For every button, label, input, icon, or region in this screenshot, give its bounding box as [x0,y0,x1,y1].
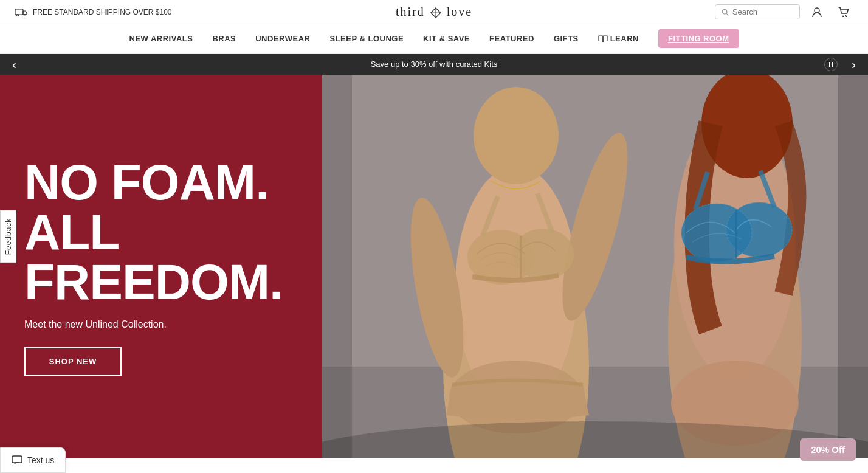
cart-icon [838,6,850,18]
search-input[interactable] [732,7,793,16]
top-bar: FREE STANDARD SHIPPING OVER $100 third l… [0,0,868,24]
nav-item-underwear[interactable]: UNDERWEAR [255,34,310,43]
nav-item-fitting-room[interactable]: FITTING ROOM [658,29,739,48]
shipping-text: FREE STANDARD SHIPPING OVER $100 [33,8,172,16]
truck-icon [15,7,28,17]
hero-line3: FREEDOM. [24,257,298,307]
nav-item-bras[interactable]: BRAS [212,34,236,43]
main-nav: NEW ARRIVALS BRAS UNDERWEAR SLEEP & LOUN… [0,24,868,54]
svg-point-9 [842,15,844,16]
svg-line-7 [726,13,728,15]
banner-pause-button[interactable] [824,58,838,71]
shipping-notice: FREE STANDARD SHIPPING OVER $100 [15,7,172,17]
top-bar-right [715,2,853,22]
svg-rect-33 [838,75,868,458]
svg-point-8 [815,8,819,13]
hero-section: NO FOAM. ALL FREEDOM. Meet the new Unlin… [0,75,868,458]
svg-rect-0 [15,9,23,15]
svg-point-17 [474,87,559,184]
promo-banner: ‹ Save up to 30% off with curated Kits › [0,54,868,75]
hero-line1: NO FOAM. [24,157,298,207]
pause-icon [828,61,833,67]
svg-point-21 [513,229,574,280]
user-icon [811,6,823,18]
text-us-button[interactable]: Text us [0,447,66,458]
logo-diamond-icon [430,7,441,18]
account-button[interactable] [807,2,827,22]
hero-subtitle: Meet the new Unlined Collection. [24,319,298,330]
text-us-label: Text us [27,455,54,458]
svg-rect-12 [832,62,833,67]
shop-new-button[interactable]: SHOP NEW [24,347,122,376]
feedback-tab[interactable]: Feedback [0,210,16,263]
search-icon [722,8,729,16]
svg-point-10 [846,15,847,16]
nav-item-kit-save[interactable]: KIT & SAVE [423,34,470,43]
hero-text-panel: NO FOAM. ALL FREEDOM. Meet the new Unlin… [0,75,322,458]
discount-label: 20% Off [811,444,845,455]
svg-rect-34 [12,456,22,458]
banner-prev-button[interactable]: ‹ [6,57,22,71]
svg-rect-11 [829,62,830,67]
nav-item-gifts[interactable]: GIFTS [554,34,579,43]
feedback-label: Feedback [0,210,16,263]
nav-item-sleep-lounge[interactable]: SLEEP & LOUNGE [329,34,404,43]
banner-next-button[interactable]: › [846,57,862,71]
nav-item-featured[interactable]: FEATURED [489,34,534,43]
nav-item-learn[interactable]: LEARN [598,34,639,43]
cart-button[interactable] [834,2,853,22]
discount-badge[interactable]: 20% Off [800,438,856,458]
nav-item-new-arrivals[interactable]: NEW ARRIVALS [129,34,193,43]
hero-background-image [322,75,868,458]
svg-point-2 [24,14,26,16]
hero-headline: NO FOAM. ALL FREEDOM. [24,157,298,307]
svg-rect-32 [322,75,352,458]
banner-text: Save up to 30% off with curated Kits [371,60,498,69]
hero-image-panel [322,75,868,458]
brand-logo[interactable]: third love [396,5,472,19]
book-icon [598,35,608,43]
hero-line2: ALL [24,207,298,257]
search-box[interactable] [715,4,800,19]
chat-icon [12,455,22,458]
logo-text: third love [396,5,472,19]
svg-point-1 [17,14,19,16]
